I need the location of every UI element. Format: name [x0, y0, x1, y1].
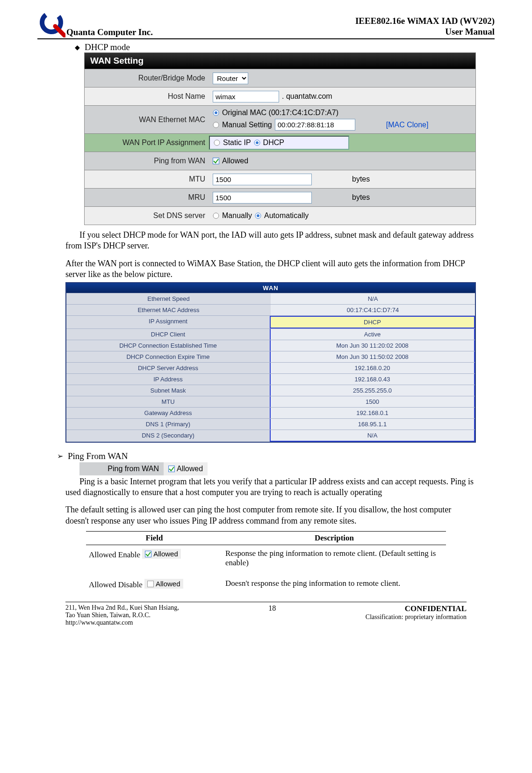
company-logo	[37, 9, 65, 37]
ping-heading: Ping From WAN	[68, 451, 128, 461]
mru-unit: bytes	[352, 193, 370, 202]
status-value: 192.168.0.43	[270, 374, 475, 385]
status-value: 192.168.0.1	[270, 408, 475, 418]
row-host-name: Host Name . quantatw.com	[85, 87, 475, 105]
status-label: Ethernet MAC Address	[66, 305, 271, 315]
page-footer: 211, Wen Hwa 2nd Rd., Kuei Shan Hsiang, …	[65, 602, 467, 627]
manual-mac-input[interactable]	[275, 119, 355, 131]
status-value: N/A	[270, 430, 475, 442]
row-ping-wan: Ping from WAN Allowed	[85, 152, 475, 170]
original-mac-label: Original MAC (00:17:C4:1C:D7:A7)	[222, 109, 338, 117]
page-number: 18	[258, 604, 286, 627]
ping-allowed-label: Allowed	[222, 157, 248, 165]
svg-rect-13	[147, 581, 153, 587]
status-value: 255.255.255.0	[270, 385, 475, 396]
router-bridge-select[interactable]: Router	[213, 73, 248, 84]
classification-label: Classification: proprietary information	[366, 613, 467, 621]
ping-from-wan-snippet: Ping from WAN Allowed	[79, 462, 495, 475]
checkbox-ping-allowed[interactable]	[213, 158, 219, 164]
status-value: Active	[270, 329, 475, 340]
status-label: Ethernet Speed	[66, 293, 271, 304]
dhcp-label: DHCP	[263, 139, 284, 147]
radio-original-mac[interactable]	[213, 109, 219, 116]
table-header-desc: Description	[223, 532, 446, 545]
ping-heading-row: ➢ Ping From WAN	[57, 451, 495, 461]
table-header-field: Field	[86, 532, 223, 545]
paragraph-1: If you select DHCP mode for WAN port, th…	[65, 230, 476, 252]
host-name-suffix: . quantatw.com	[282, 92, 332, 101]
field-description-table: Field Description Allowed Enable Allowed…	[86, 531, 446, 597]
allowed-disable-label: Allowed Disable	[89, 580, 143, 589]
ping-snippet-text: Allowed	[177, 465, 203, 473]
status-label: MTU	[66, 396, 270, 407]
row-dns: Set DNS server Manually Automatically	[85, 206, 475, 225]
table-row: Allowed Disable Allowed Doesn't response…	[86, 575, 446, 597]
radio-dns-manual[interactable]	[213, 212, 219, 219]
paragraph-3: Ping is a basic Internet program that le…	[65, 476, 476, 498]
status-label: IP Address	[66, 374, 270, 385]
allowed-disable-desc: Doesn't response the ping information to…	[223, 575, 446, 597]
status-value: 192.168.0.20	[270, 363, 475, 373]
label-wan-mac: WAN Ethernet MAC	[85, 113, 209, 127]
footer-url: http://www.quantatw.com	[65, 619, 179, 627]
mtu-unit: bytes	[352, 175, 370, 183]
label-router-bridge: Router/Bridge Mode	[85, 71, 209, 85]
arrow-icon: ➢	[57, 452, 63, 460]
row-port-ip: WAN Port IP Assignment Static IP DHCP	[85, 133, 475, 152]
status-label: IP Assignment	[66, 316, 270, 328]
checkbox-allowed-disable-icon	[147, 581, 154, 587]
row-mtu: MTU bytes	[85, 170, 475, 188]
status-value: DHCP	[270, 316, 475, 328]
status-value: 00:17:C4:1C:D7:74	[271, 305, 475, 315]
radio-manual-mac[interactable]	[213, 122, 219, 128]
row-wan-mac: WAN Ethernet MAC Original MAC (00:17:C4:…	[85, 105, 475, 133]
status-value: 168.95.1.1	[270, 419, 475, 430]
status-value: Mon Jun 30 11:20:02 2008	[270, 340, 475, 351]
status-label: DHCP Connection Established Time	[66, 340, 270, 351]
status-label: DHCP Connection Expire Time	[66, 351, 270, 362]
label-mru: MRU	[85, 190, 209, 204]
svg-point-4	[214, 140, 220, 146]
status-value: 1500	[270, 396, 475, 407]
row-router-bridge: Router/Bridge Mode Router	[85, 69, 475, 87]
wan-setting-title: WAN Setting	[85, 53, 475, 69]
diamond-icon: ◆	[75, 44, 80, 51]
svg-point-6	[256, 141, 259, 144]
dns-auto-label: Automatically	[264, 211, 309, 220]
ping-snippet-label: Ping from WAN	[79, 462, 164, 475]
footer-addr2: Tao Yuan Shien, Taiwan, R.O.C.	[65, 612, 179, 619]
svg-point-8	[213, 213, 219, 219]
paragraph-2: After the WAN port is connected to WiMAX…	[65, 258, 476, 280]
doc-title-line2: User Manual	[355, 26, 495, 37]
section-bullet: ◆ DHCP mode	[75, 42, 495, 52]
dns-manual-label: Manually	[222, 211, 252, 220]
allowed-enable-chk-text: Allowed	[153, 550, 178, 558]
paragraph-4: The default setting is allowed user can …	[65, 504, 476, 526]
host-name-input[interactable]	[213, 91, 279, 102]
label-dns: Set DNS server	[85, 209, 209, 223]
wan-setting-panel: WAN Setting Router/Bridge Mode Router Ho…	[84, 52, 476, 225]
status-label: Gateway Address	[66, 408, 270, 418]
svg-point-10	[257, 214, 259, 217]
status-value: Mon Jun 30 11:50:02 2008	[270, 351, 475, 362]
mac-clone-link[interactable]: [MAC Clone]	[386, 121, 429, 129]
footer-addr1: 211, Wen Hwa 2nd Rd., Kuei Shan Hsiang,	[65, 604, 179, 612]
radio-static-ip[interactable]	[214, 139, 220, 146]
status-value: N/A	[271, 293, 475, 304]
svg-point-3	[213, 122, 219, 128]
mru-input[interactable]	[213, 192, 312, 204]
doc-title-line1: IEEE802.16e WiMAX IAD (WV202)	[355, 15, 495, 27]
doc-title: IEEE802.16e WiMAX IAD (WV202) User Manua…	[355, 15, 495, 38]
company-name: Quanta Computer Inc.	[66, 27, 153, 37]
manual-mac-label: Manual Setting	[222, 121, 272, 129]
svg-point-2	[215, 111, 217, 114]
checkbox-allowed-enable-icon	[145, 551, 151, 557]
status-label: DHCP Client	[66, 329, 270, 340]
mtu-input[interactable]	[213, 174, 312, 185]
confidential-label: CONFIDENTIAL	[366, 604, 467, 613]
status-label: DHCP Server Address	[66, 363, 270, 373]
radio-dhcp[interactable]	[254, 139, 260, 146]
table-row: Allowed Enable Allowed Response the ping…	[86, 545, 446, 576]
radio-dns-auto[interactable]	[255, 212, 261, 219]
checkbox-ping-snippet[interactable]	[168, 466, 175, 472]
